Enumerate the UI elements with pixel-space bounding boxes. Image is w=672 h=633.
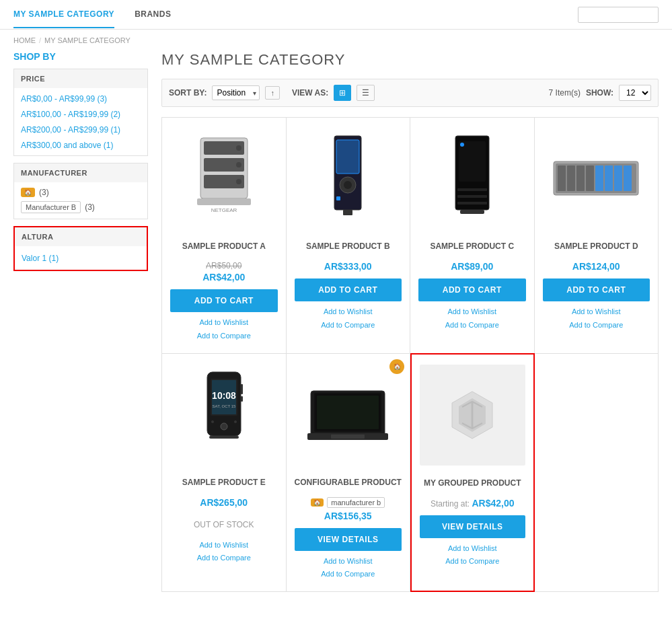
svg-text:10:08: 10:08 xyxy=(212,390,236,401)
manufacturer-a-count: (3) xyxy=(39,188,49,197)
show-select[interactable]: 12 24 36 xyxy=(619,85,651,101)
product-price-f: AR$156,35 xyxy=(295,511,402,521)
add-wishlist-e[interactable]: Add to Wishlist xyxy=(170,539,278,552)
svg-point-5 xyxy=(236,162,241,167)
product-card-d: SAMPLE PRODUCT D AR$124,00 ADD TO CART A… xyxy=(535,118,659,354)
grid-view-button[interactable]: ⊞ xyxy=(334,85,351,101)
product-card-f: 🏠 CONFIGURABLE PRODUCT 🏠 xyxy=(287,354,411,593)
breadcrumb-sep: / xyxy=(39,36,41,44)
svg-rect-43 xyxy=(241,396,243,402)
view-details-g[interactable]: VIEW DETAILS xyxy=(420,515,525,538)
price-range-item[interactable]: AR$100,00 - AR$199,99 (2) xyxy=(14,106,147,122)
add-wishlist-b[interactable]: Add to Wishlist xyxy=(295,305,402,319)
add-compare-b[interactable]: Add to Compare xyxy=(295,319,402,332)
manufacturer-a-badge: 🏠 xyxy=(21,188,35,197)
svg-rect-31 xyxy=(614,165,622,191)
add-compare-c[interactable]: Add to Compare xyxy=(418,319,526,332)
product-e-img: 10:08 SAT, OCT 15 xyxy=(197,371,251,458)
product-card-b: SAMPLE PRODUCT B AR$333,00 ADD TO CART A… xyxy=(287,118,411,354)
product-d-img xyxy=(552,155,640,202)
toolbar: SORT BY: Position Name Price ▾ ↑ VIEW AS… xyxy=(161,79,659,107)
svg-rect-25 xyxy=(558,165,566,191)
add-compare-d[interactable]: Add to Compare xyxy=(543,319,650,332)
svg-rect-30 xyxy=(605,165,613,191)
product-price-d: AR$124,00 xyxy=(543,261,650,272)
nav-brands[interactable]: BRANDS xyxy=(135,1,171,28)
product-price-old-a: AR$50,00 xyxy=(170,261,278,270)
svg-text:NETGEAR: NETGEAR xyxy=(211,207,237,213)
svg-rect-42 xyxy=(241,384,243,394)
product-links-c: Add to Wishlist Add to Compare xyxy=(418,305,526,332)
product-f-img xyxy=(307,387,388,441)
manufacturer-filter-title: MANUFACTURER xyxy=(14,163,147,182)
out-of-stock-label-e: OUT OF STOCK xyxy=(170,515,278,535)
product-g-img xyxy=(445,388,499,442)
price-filter-title: PRICE xyxy=(14,69,147,88)
product-price-starting-g: Starting at: AR$42,00 xyxy=(420,498,525,509)
add-wishlist-f[interactable]: Add to Wishlist xyxy=(295,555,402,568)
product-links-d: Add to Wishlist Add to Compare xyxy=(543,305,650,332)
product-links-a: Add to Wishlist Add to Compare xyxy=(170,316,278,343)
view-details-f[interactable]: VIEW DETAILS xyxy=(295,528,402,551)
svg-text:SAT, OCT 15: SAT, OCT 15 xyxy=(212,404,235,408)
product-price-c: AR$89,00 xyxy=(418,261,526,272)
svg-rect-41 xyxy=(209,436,239,439)
svg-point-39 xyxy=(211,420,214,423)
price-range-item[interactable]: AR$200,00 - AR$299,99 (1) xyxy=(14,122,147,137)
price-starting-label-g: Starting at: xyxy=(431,499,470,509)
product-a-img: NETGEAR xyxy=(190,135,258,222)
product-name-f: CONFIGURABLE PRODUCT xyxy=(295,473,402,492)
product-image-c[interactable] xyxy=(418,128,526,229)
product-image-b[interactable] xyxy=(295,128,402,229)
add-wishlist-a[interactable]: Add to Wishlist xyxy=(170,316,278,330)
manufacturer-info-f: 🏠 manufacturer b xyxy=(295,497,402,508)
svg-rect-20 xyxy=(457,195,487,198)
price-range-item[interactable]: AR$300,00 and above (1) xyxy=(14,137,147,153)
product-image-g[interactable] xyxy=(420,365,525,466)
product-grid-row1: NETGEAR SAMPLE PRODUCT A AR$50,00 AR$42,… xyxy=(161,117,659,354)
add-to-cart-c[interactable]: ADD TO CART xyxy=(418,278,526,301)
product-grid-row2: 10:08 SAT, OCT 15 SAMPLE PRODUCT E AR$26… xyxy=(161,354,659,593)
manufacturer-b-count: (3) xyxy=(85,202,95,212)
shop-by-title: SHOP BY xyxy=(13,51,148,62)
product-image-f[interactable] xyxy=(295,364,402,465)
add-wishlist-d[interactable]: Add to Wishlist xyxy=(543,305,650,319)
add-to-cart-a[interactable]: ADD TO CART xyxy=(170,289,278,312)
svg-rect-47 xyxy=(317,396,379,429)
product-name-c: SAMPLE PRODUCT C xyxy=(418,237,526,256)
svg-point-6 xyxy=(236,179,241,184)
sort-select[interactable]: Position Name Price xyxy=(212,85,260,100)
content-area: MY SAMPLE CATEGORY SORT BY: Position Nam… xyxy=(161,51,659,592)
add-to-cart-d[interactable]: ADD TO CART xyxy=(543,278,650,301)
add-wishlist-g[interactable]: Add to Wishlist xyxy=(420,542,525,556)
breadcrumb: HOME / MY SAMPLE CATEGORY xyxy=(0,30,672,51)
add-compare-f[interactable]: Add to Compare xyxy=(295,568,402,581)
price-range-item[interactable]: AR$0,00 - AR$99,99 (3) xyxy=(14,91,147,106)
add-compare-a[interactable]: Add to Compare xyxy=(170,330,278,343)
svg-rect-14 xyxy=(343,210,352,215)
product-name-e: SAMPLE PRODUCT E xyxy=(170,473,278,492)
altura-value[interactable]: Valor 1 (1) xyxy=(15,249,147,267)
product-c-img xyxy=(442,135,502,222)
breadcrumb-home[interactable]: HOME xyxy=(13,36,36,44)
svg-point-18 xyxy=(460,143,464,147)
svg-rect-10 xyxy=(336,140,359,174)
product-image-e[interactable]: 10:08 SAT, OCT 15 xyxy=(170,364,278,465)
product-links-e: Add to Wishlist Add to Compare xyxy=(170,539,278,566)
product-b-img xyxy=(318,135,378,222)
svg-rect-27 xyxy=(576,165,585,191)
sort-asc-button[interactable]: ↑ xyxy=(265,86,280,100)
add-compare-e[interactable]: Add to Compare xyxy=(170,552,278,565)
sidebar: SHOP BY PRICE AR$0,00 - AR$99,99 (3) AR$… xyxy=(13,51,148,592)
add-to-cart-b[interactable]: ADD TO CART xyxy=(295,278,402,301)
add-compare-g[interactable]: Add to Compare xyxy=(420,555,525,568)
page-title: MY SAMPLE CATEGORY xyxy=(161,51,659,69)
nav-my-sample-category[interactable]: MY SAMPLE CATEGORY xyxy=(13,1,114,28)
product-name-a: SAMPLE PRODUCT A xyxy=(170,237,278,256)
manufacturer-badge-f: 🏠 xyxy=(389,359,404,374)
product-image-a[interactable]: NETGEAR xyxy=(170,128,278,229)
product-image-d[interactable] xyxy=(543,128,650,229)
view-as-label: VIEW AS: xyxy=(292,88,328,98)
list-view-button[interactable]: ☰ xyxy=(357,85,375,101)
add-wishlist-c[interactable]: Add to Wishlist xyxy=(418,305,526,319)
